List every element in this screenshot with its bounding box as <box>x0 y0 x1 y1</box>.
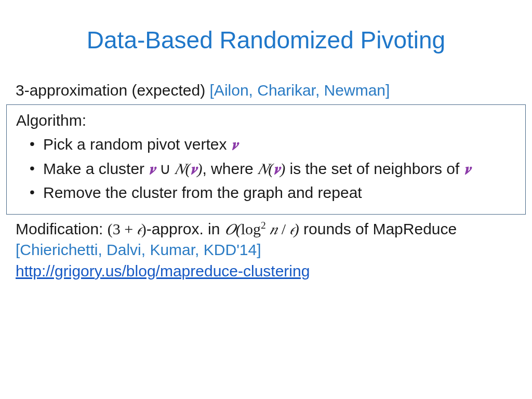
var-v: 𝒗 <box>464 160 471 177</box>
n-var: 𝑛 <box>266 220 282 237</box>
n-close: ) <box>280 160 285 177</box>
union-symbol: ∪ <box>155 160 175 177</box>
algorithm-steps: Pick a random pivot vertex 𝒗 Make a clus… <box>16 134 516 204</box>
step1-text: Pick a random pivot vertex <box>43 136 231 153</box>
paren-close: ) <box>141 220 147 237</box>
var-v: 𝒗 <box>273 160 280 177</box>
epsilon: 𝜖 <box>137 220 141 237</box>
mod-prefix: Modification: <box>16 220 108 237</box>
step2-pre: Make a cluster <box>43 160 149 177</box>
citation-chierichetti: [Chierichetti, Dalvi, Kumar, KDD'14] <box>16 241 261 258</box>
var-v: 𝒗 <box>149 160 155 177</box>
step-3: Remove the cluster from the graph and re… <box>32 182 516 204</box>
mod-approx-text: -approx. in <box>147 220 224 237</box>
slash: / <box>282 220 290 237</box>
blog-link[interactable]: http://grigory.us/blog/mapreduce-cluster… <box>16 262 310 280</box>
slide-body: 3-approximation (expected) [Ailon, Chari… <box>16 80 516 282</box>
step2-mid1: , where <box>202 160 258 177</box>
approximation-statement: 3-approximation (expected) [Ailon, Chari… <box>16 80 516 101</box>
slide-title: Data-Based Randomized Pivoting <box>16 26 516 54</box>
squared: 2 <box>261 220 266 231</box>
modification-statement: Modification: (3 + 𝜖)-approx. in 𝑂(log2 … <box>16 219 516 261</box>
approx-text: 3-approximation (expected) <box>16 82 210 99</box>
step-1: Pick a random pivot vertex 𝒗 <box>32 134 516 155</box>
bigO-open: 𝑂( <box>224 220 241 237</box>
url-line: http://grigory.us/blog/mapreduce-cluster… <box>16 261 516 282</box>
citation-ailon: [Ailon, Charikar, Newman] <box>210 82 390 99</box>
n-close: ) <box>197 160 202 177</box>
mod-rounds: rounds of MapReduce <box>299 220 457 237</box>
n-open: 𝑁( <box>258 160 273 177</box>
step2-mid2: is the set of neighbors of <box>285 160 464 177</box>
var-v: 𝒗 <box>231 136 238 153</box>
algorithm-label: Algorithm: <box>16 110 516 131</box>
paren-open: (3 + <box>108 220 137 237</box>
bigO-close: ) <box>294 220 299 237</box>
epsilon: 𝜖 <box>290 220 294 237</box>
algorithm-box: Algorithm: Pick a random pivot vertex 𝒗 … <box>6 104 526 215</box>
log: log <box>241 220 261 237</box>
step-2: Make a cluster 𝒗 ∪ 𝑁(𝒗), where 𝑁(𝒗) is t… <box>32 158 516 180</box>
var-v: 𝒗 <box>190 160 197 177</box>
n-open: 𝑁( <box>175 160 190 177</box>
